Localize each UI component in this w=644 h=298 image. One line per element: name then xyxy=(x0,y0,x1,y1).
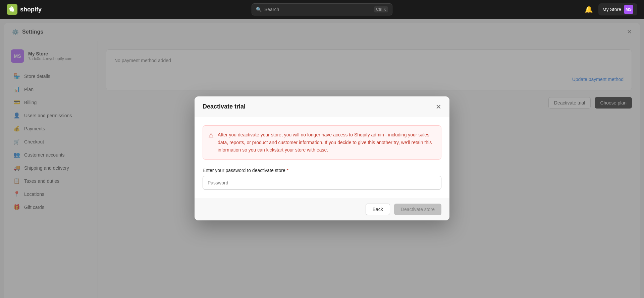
topbar-right: 🔔 My Store MS xyxy=(585,3,637,15)
search-placeholder: Search xyxy=(264,7,279,12)
shopify-logo[interactable]: shopify xyxy=(7,4,42,15)
topbar-left: shopify xyxy=(7,4,42,15)
field-label: Enter your password to deactivate store … xyxy=(203,168,441,173)
deactivate-trial-modal: Deactivate trial ✕ ⚠ After you deactivat… xyxy=(195,96,449,220)
modal-header: Deactivate trial ✕ xyxy=(195,96,449,117)
modal-body: ⚠ After you deactivate your store, you w… xyxy=(195,117,449,198)
warning-text: After you deactivate your store, you wil… xyxy=(218,131,436,154)
notification-bell[interactable]: 🔔 xyxy=(585,5,593,13)
modal-close-button[interactable]: ✕ xyxy=(436,103,441,110)
search-bar[interactable]: 🔍 Search Ctrl K xyxy=(252,3,392,15)
password-input[interactable] xyxy=(203,176,441,190)
warning-icon: ⚠ xyxy=(208,132,214,154)
shopify-logo-text: shopify xyxy=(20,6,42,13)
modal-title: Deactivate trial xyxy=(203,103,246,110)
deactivate-store-button[interactable]: Deactivate store xyxy=(394,204,441,215)
main-area: ⚙️ Settings ✕ MS My Store 7adc0c-4.mysho… xyxy=(0,19,644,298)
required-marker: * xyxy=(287,168,288,173)
store-name-label: My Store xyxy=(602,7,621,12)
modal-overlay: Deactivate trial ✕ ⚠ After you deactivat… xyxy=(0,19,644,298)
search-shortcut: Ctrl K xyxy=(374,6,388,12)
modal-footer: Back Deactivate store xyxy=(195,198,449,220)
store-button[interactable]: My Store MS xyxy=(598,3,637,15)
warning-box: ⚠ After you deactivate your store, you w… xyxy=(203,125,441,159)
shopify-logo-icon xyxy=(7,4,17,15)
password-field-group: Enter your password to deactivate store … xyxy=(203,168,441,190)
back-button[interactable]: Back xyxy=(366,204,390,215)
avatar: MS xyxy=(624,5,633,14)
search-icon: 🔍 xyxy=(256,7,262,12)
topbar: shopify 🔍 Search Ctrl K 🔔 My Store MS xyxy=(0,0,644,19)
